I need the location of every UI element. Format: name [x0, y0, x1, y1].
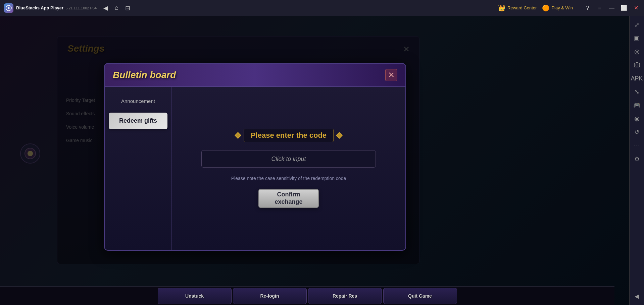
- resize3-icon[interactable]: ⤡: [631, 86, 643, 98]
- repair-res-button[interactable]: Repair Res: [308, 288, 382, 304]
- svg-rect-9: [636, 62, 638, 63]
- redeem-content: Please enter the code Click to input Ple…: [172, 87, 405, 250]
- rotate-icon[interactable]: ↺: [631, 126, 643, 138]
- play-win-icon: 🟠: [542, 4, 549, 12]
- tab-announcement[interactable]: Announcement: [109, 94, 167, 109]
- more-options-icon[interactable]: ⋯: [631, 139, 643, 151]
- titlebar-right: 👑 Reward Center 🟠 Play & Win ? ≡ — ⬜ ✕: [498, 4, 640, 12]
- bookmark-button[interactable]: ⊟: [125, 4, 130, 12]
- back-button[interactable]: ◀: [103, 4, 108, 12]
- code-title-banner: Please enter the code: [236, 129, 342, 142]
- bulletin-close-icon: ✕: [388, 70, 395, 80]
- reward-center-label: Reward Center: [507, 5, 537, 10]
- confirm-exchange-button[interactable]: Confirm exchange: [258, 189, 319, 208]
- right-sidebar: ⤢ ▣ ◎ APK ⤡ 🎮 ◉ ↺ ⋯ ⚙ ◀: [629, 16, 644, 305]
- app-version: 5.21.111.1002 P64: [65, 6, 97, 10]
- home-button[interactable]: ⌂: [115, 4, 118, 12]
- unstuck-button[interactable]: Unstuck: [158, 288, 232, 304]
- code-title-text: Please enter the code: [244, 129, 334, 142]
- diamond-left-icon: [235, 132, 241, 139]
- play-win-button[interactable]: 🟠 Play & Win: [542, 4, 573, 12]
- bulletin-body: Announcement Redeem gifts Please enter t…: [105, 87, 405, 250]
- confirm-exchange-label-line1: Confirm: [277, 191, 300, 198]
- svg-point-8: [636, 64, 638, 66]
- sidebar-arrow-icon[interactable]: ◀: [631, 290, 643, 302]
- maximize-button[interactable]: ⬜: [620, 5, 628, 11]
- reward-center-button[interactable]: 👑 Reward Center: [498, 4, 537, 12]
- location-icon[interactable]: ◉: [631, 113, 643, 125]
- bulletin-header: Bulletin board ✕: [105, 64, 405, 87]
- relogin-button[interactable]: Re-login: [233, 288, 307, 304]
- app-name: BlueStacks App Player: [16, 5, 63, 10]
- app-logo: [4, 3, 13, 13]
- window-controls: ? ≡ — ⬜ ✕: [584, 5, 640, 11]
- menu-button[interactable]: ≡: [596, 5, 604, 11]
- bulletin-close-button[interactable]: ✕: [385, 69, 397, 81]
- game-area: Settings ✕ 83 Priority Target Sound effe…: [0, 16, 629, 305]
- bottom-bar: Unstuck Re-login Repair Res Quit Game: [0, 286, 614, 305]
- titlebar: BlueStacks App Player 5.21.111.1002 P64 …: [0, 0, 644, 16]
- code-hint-text: Please note the case sensitivity of the …: [231, 176, 346, 181]
- bulletin-dialog: Bulletin board ✕ Announcement Redeem gif…: [104, 63, 406, 251]
- apk-install-icon[interactable]: APK: [631, 72, 643, 84]
- minimize-button[interactable]: —: [608, 5, 616, 11]
- gamepad-icon[interactable]: 🎮: [631, 99, 643, 111]
- quit-game-button[interactable]: Quit Game: [383, 288, 457, 304]
- bulletin-tabs: Announcement Redeem gifts: [105, 87, 172, 250]
- help-button[interactable]: ?: [584, 5, 592, 11]
- screenshot-icon[interactable]: [631, 59, 643, 71]
- camera-icon[interactable]: ◎: [631, 46, 643, 58]
- bulletin-title: Bulletin board: [113, 70, 176, 80]
- crown-icon: 👑: [498, 4, 505, 12]
- confirm-exchange-label-line2: exchange: [275, 198, 302, 206]
- code-input-field[interactable]: Click to input: [201, 150, 376, 168]
- nav-buttons: ◀ ⌂ ⊟: [103, 4, 130, 12]
- diamond-right-icon: [336, 132, 343, 139]
- settings-icon[interactable]: ⚙: [631, 153, 643, 165]
- resize-icon[interactable]: ⤢: [631, 19, 643, 31]
- svg-marker-1: [8, 7, 10, 9]
- tab-redeem-gifts[interactable]: Redeem gifts: [109, 113, 167, 129]
- screen-record-icon[interactable]: ▣: [631, 32, 643, 44]
- play-win-label: Play & Win: [551, 5, 573, 10]
- close-button[interactable]: ✕: [632, 5, 640, 11]
- code-input-placeholder: Click to input: [271, 156, 306, 163]
